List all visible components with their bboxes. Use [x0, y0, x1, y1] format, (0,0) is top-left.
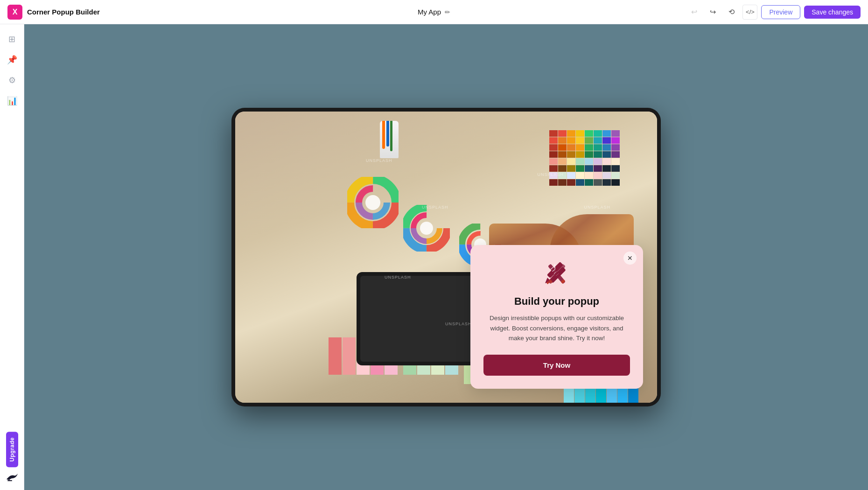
popup-title: Build your popup: [483, 295, 630, 308]
sidebar-item-pin[interactable]: 📌: [3, 50, 21, 69]
sidebar: ⊞ 📌 ⚙ 📊 Upgrade: [0, 24, 24, 490]
sidebar-bottom: Upgrade: [6, 432, 19, 484]
bird-logo-icon: [6, 471, 19, 484]
color-wheel-2: [403, 205, 450, 253]
popup-cta-button[interactable]: Try Now: [483, 355, 630, 376]
popup-card: ✕: [470, 245, 643, 389]
sidebar-item-layout[interactable]: ⊞: [3, 30, 21, 49]
edit-project-name-icon[interactable]: ✏: [445, 8, 450, 16]
popup-close-button[interactable]: ✕: [623, 252, 637, 265]
popup-icon-container: [483, 260, 630, 288]
device-screen: Unsplash Unsplash Unsplash Unsplash Unsp…: [235, 112, 657, 403]
pin-icon: 📌: [7, 55, 17, 65]
logo-letter: X: [13, 8, 18, 16]
sidebar-item-settings[interactable]: ⚙: [3, 71, 21, 90]
app-logo: X: [7, 5, 22, 20]
header-center: My App ✏: [418, 8, 450, 16]
code-button[interactable]: </>: [742, 5, 757, 20]
main-layout: ⊞ 📌 ⚙ 📊 Upgrade: [0, 24, 868, 490]
pencil-cup: [380, 121, 399, 158]
color-wheel-1: [347, 177, 399, 230]
header-right: ↩ ↪ ⟲ </> Preview Save changes: [686, 5, 861, 20]
canvas-area: Unsplash Unsplash Unsplash Unsplash Unsp…: [24, 24, 868, 490]
save-changes-button[interactable]: Save changes: [804, 6, 861, 19]
header-left: X Corner Popup Builder: [7, 5, 100, 20]
analytics-icon: 📊: [7, 96, 17, 106]
app-name-label: Corner Popup Builder: [27, 8, 100, 16]
sidebar-item-analytics[interactable]: 📊: [3, 91, 21, 110]
tablet-device: [357, 272, 487, 365]
app-header: X Corner Popup Builder My App ✏ ↩ ↪ ⟲ </…: [0, 0, 868, 24]
svg-point-8: [365, 195, 380, 210]
color-swatches-grid: [549, 130, 620, 186]
background-image: Unsplash Unsplash Unsplash Unsplash Unsp…: [235, 112, 657, 403]
svg-rect-0: [7, 480, 12, 481]
project-name-label: My App: [418, 8, 441, 16]
preview-button[interactable]: Preview: [761, 5, 800, 19]
device-frame: Unsplash Unsplash Unsplash Unsplash Unsp…: [231, 108, 661, 406]
undo-button[interactable]: ↩: [686, 5, 701, 20]
svg-point-15: [420, 222, 433, 235]
settings-icon: ⚙: [8, 75, 16, 85]
layout-icon: ⊞: [8, 34, 15, 44]
popup-description: Design irresistible popups with our cust…: [483, 313, 630, 343]
upgrade-button[interactable]: Upgrade: [6, 432, 18, 467]
redo-button[interactable]: ↪: [705, 5, 720, 20]
popup-brand-icon: [543, 260, 571, 288]
history-button[interactable]: ⟲: [724, 5, 739, 20]
